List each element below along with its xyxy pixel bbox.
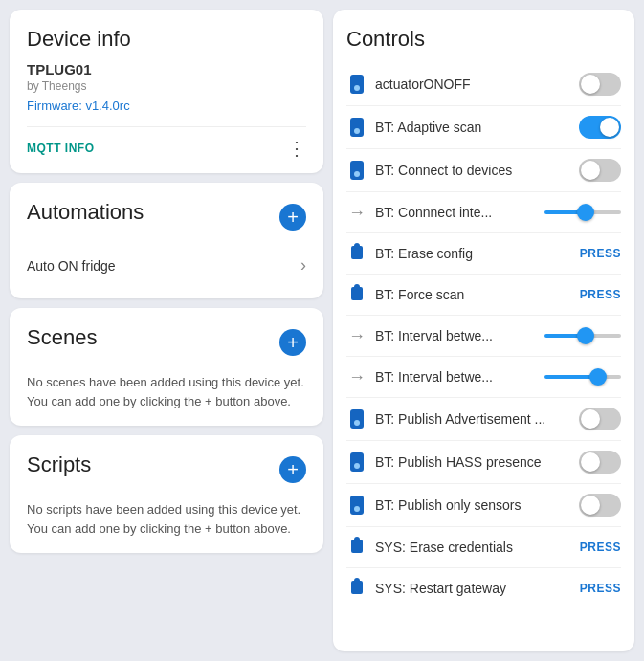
- left-column: Device info TPLUG01 by Theengs Firmware:…: [10, 10, 323, 651]
- press-button[interactable]: PRESS: [580, 288, 621, 301]
- control-label: BT: Adaptive scan: [375, 120, 571, 135]
- arrow-icon: →: [348, 367, 366, 387]
- device-info-footer: MQTT INFO ⋮: [27, 126, 306, 158]
- control-row: SYS: Erase credentialsPRESS: [346, 527, 621, 568]
- controls-list: actuatorONOFFBT: Adaptive scanBT: Connec…: [346, 63, 621, 608]
- control-label: BT: Publish Advertisement ...: [375, 411, 571, 427]
- controls-title: Controls: [346, 27, 621, 52]
- slider-wrap: [544, 210, 621, 214]
- scripts-card: Scripts + No scripts have been added usi…: [10, 435, 323, 553]
- toggle-switch[interactable]: [579, 451, 621, 474]
- mobile-icon: [350, 409, 364, 429]
- control-label: SYS: Restart gateway: [375, 581, 572, 596]
- mobile-icon: [350, 496, 364, 515]
- device-by: by Theengs: [27, 79, 306, 93]
- firmware-info: Firmware: v1.4.0rc: [27, 99, 306, 113]
- svg-rect-3: [354, 284, 360, 290]
- more-options-icon[interactable]: ⋮: [287, 139, 306, 158]
- press-button[interactable]: PRESS: [580, 247, 621, 260]
- chevron-right-icon: ›: [300, 255, 306, 275]
- control-row: actuatorONOFF: [346, 63, 621, 106]
- svg-rect-5: [354, 537, 360, 542]
- scenes-title: Scenes: [27, 325, 97, 350]
- svg-rect-7: [354, 578, 360, 584]
- control-label: BT: Publish HASS presence: [375, 454, 571, 470]
- controls-panel: Controls actuatorONOFFBT: Adaptive scanB…: [333, 10, 634, 651]
- scenes-header: Scenes +: [27, 325, 306, 360]
- automations-header: Automations +: [27, 200, 306, 234]
- control-label: SYS: Erase credentials: [375, 540, 572, 555]
- toggle-switch[interactable]: [579, 159, 621, 182]
- press-button[interactable]: PRESS: [580, 582, 621, 595]
- slider-input[interactable]: [544, 210, 621, 214]
- touch-icon: [348, 536, 366, 559]
- control-row: BT: Publish only sensors: [346, 484, 621, 527]
- arrow-icon: →: [348, 326, 366, 346]
- automations-card: Automations + Auto ON fridge ›: [10, 183, 323, 298]
- mobile-icon: [350, 452, 364, 472]
- scripts-title: Scripts: [27, 452, 91, 477]
- control-row: BT: Publish HASS presence: [346, 441, 621, 484]
- slider-wrap: [544, 375, 621, 379]
- slider-input[interactable]: [544, 375, 621, 379]
- mobile-icon: [350, 161, 364, 180]
- scenes-card: Scenes + No scenes have been added using…: [10, 308, 323, 426]
- scripts-description: No scripts have been added using this de…: [27, 500, 306, 538]
- add-automation-button[interactable]: +: [279, 204, 306, 231]
- control-label: BT: Connnect inte...: [375, 205, 537, 220]
- toggle-switch[interactable]: [579, 73, 621, 96]
- slider-input[interactable]: [544, 334, 621, 338]
- toggle-switch[interactable]: [579, 408, 621, 430]
- control-row: BT: Connect to devices: [346, 149, 621, 192]
- control-row: SYS: Restart gatewayPRESS: [346, 568, 621, 608]
- control-row: →BT: Connnect inte...: [346, 192, 621, 233]
- firmware-version: v1.4.0rc: [85, 99, 129, 113]
- automations-title: Automations: [27, 200, 144, 225]
- scenes-description: No scenes have been added using this dev…: [27, 373, 306, 410]
- control-row: BT: Publish Advertisement ...: [346, 398, 621, 441]
- control-label: actuatorONOFF: [375, 77, 571, 92]
- toggle-switch[interactable]: [579, 116, 621, 139]
- control-row: BT: Force scanPRESS: [346, 275, 621, 316]
- arrow-icon: →: [348, 203, 366, 223]
- firmware-label: Firmware:: [27, 99, 85, 113]
- control-row: BT: Adaptive scan: [346, 106, 621, 149]
- slider-wrap: [544, 334, 621, 338]
- control-label: BT: Publish only sensors: [375, 497, 571, 513]
- control-label: BT: Erase config: [375, 246, 572, 261]
- control-row: →BT: Interval betwe...: [346, 316, 621, 357]
- svg-rect-1: [354, 243, 360, 249]
- mqtt-info-link[interactable]: MQTT INFO: [27, 142, 95, 155]
- automation-list-item[interactable]: Auto ON fridge ›: [27, 248, 306, 283]
- control-label: BT: Connect to devices: [375, 163, 571, 178]
- automation-label: Auto ON fridge: [27, 258, 116, 274]
- device-name: TPLUG01: [27, 61, 306, 77]
- mobile-icon: [350, 118, 364, 137]
- mobile-icon: [350, 75, 364, 94]
- touch-icon: [348, 577, 366, 600]
- control-row: →BT: Interval betwe...: [346, 357, 621, 398]
- add-scene-button[interactable]: +: [279, 329, 306, 356]
- device-info-title: Device info: [27, 27, 306, 52]
- control-label: BT: Interval betwe...: [375, 328, 537, 343]
- add-script-button[interactable]: +: [279, 456, 306, 483]
- touch-icon: [348, 283, 366, 306]
- toggle-switch[interactable]: [579, 494, 621, 517]
- scripts-header: Scripts +: [27, 452, 306, 487]
- touch-icon: [348, 242, 366, 265]
- control-label: BT: Force scan: [375, 287, 572, 302]
- control-row: BT: Erase configPRESS: [346, 233, 621, 275]
- device-info-card: Device info TPLUG01 by Theengs Firmware:…: [10, 10, 323, 173]
- press-button[interactable]: PRESS: [580, 540, 621, 554]
- control-label: BT: Interval betwe...: [375, 369, 537, 385]
